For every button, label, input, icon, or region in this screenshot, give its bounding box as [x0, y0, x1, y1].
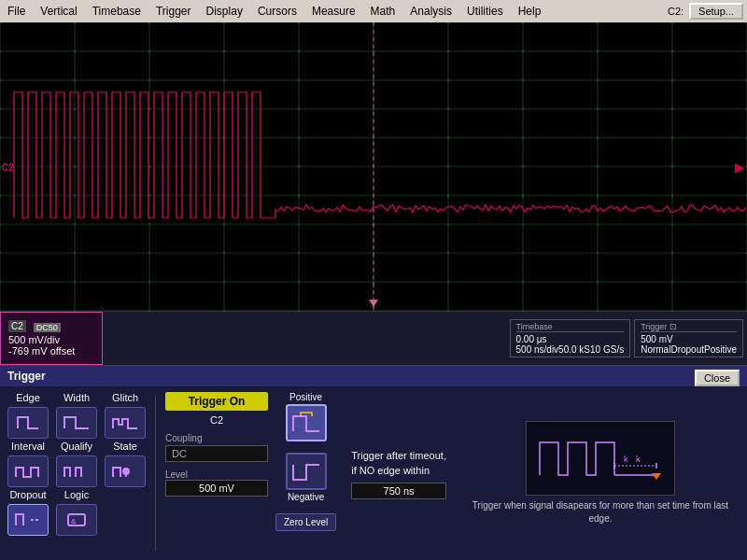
- trigger-panel: Trigger Close Edge Interval: [0, 366, 747, 560]
- width-button[interactable]: [56, 407, 97, 439]
- offset-value: -769 mV offset: [8, 345, 94, 357]
- negative-label: Negative: [288, 492, 324, 502]
- dropout-button[interactable]: [7, 504, 49, 536]
- volts-per-div: 500 mV/div: [8, 334, 94, 345]
- timeout-value[interactable]: 750 ns: [351, 483, 446, 499]
- timebase-title: Timebase: [516, 322, 625, 332]
- state-label: State: [113, 441, 137, 452]
- svg-text:k: k: [636, 455, 641, 464]
- channel2-marker: C2: [2, 161, 14, 172]
- glitch-button[interactable]: [105, 407, 146, 439]
- timeout-section: Trigger after timeout, if NO edge within…: [344, 392, 454, 554]
- svg-text:&: &: [71, 517, 77, 525]
- timebase-block: Timebase 0.00 μs 500 ns/div 50.0 kS 10 G…: [510, 319, 631, 357]
- interval-button[interactable]: [7, 455, 49, 487]
- menu-display[interactable]: Display: [199, 3, 250, 20]
- mode-buttons-col3: Glitch State: [105, 392, 146, 554]
- dropout-diagram: k k: [535, 428, 666, 489]
- qualify-button[interactable]: [56, 455, 97, 487]
- zero-level-button[interactable]: Zero Level: [275, 513, 336, 531]
- trigger-on-button[interactable]: Trigger On: [165, 392, 268, 411]
- menu-file[interactable]: File: [0, 3, 33, 20]
- svg-point-4: [123, 469, 129, 474]
- diagram-section: k k Trigger when signal disapears for mo…: [461, 392, 740, 554]
- waveform-canvas: [0, 22, 747, 311]
- trigger-controls: Edge Interval Dropout: [0, 386, 747, 560]
- dc-badge: DC50: [34, 323, 61, 332]
- logic-button[interactable]: &: [56, 504, 97, 536]
- menu-measure[interactable]: Measure: [304, 3, 363, 20]
- divider: [155, 396, 156, 551]
- diagram-description: Trigger when signal disapears for more t…: [465, 499, 736, 525]
- trigger-arrow-right: ▶: [735, 160, 745, 175]
- coupling-value[interactable]: DC: [165, 445, 268, 462]
- interval-label: Interval: [11, 441, 45, 452]
- positive-button[interactable]: [286, 404, 327, 441]
- trigger-type: Dropout: [670, 344, 704, 355]
- menu-analysis[interactable]: Analysis: [402, 3, 459, 20]
- mode-buttons-col2: Width Qualify Logic: [56, 392, 97, 554]
- trigger-slope: Positive: [704, 344, 737, 355]
- edge-label: Edge: [16, 392, 40, 403]
- trigger-channel: C2: [165, 414, 268, 426]
- timebase-val: 0.00 μs: [516, 334, 547, 344]
- setup-button[interactable]: Setup...: [689, 3, 743, 20]
- trigger-on-section: Trigger On C2 Coupling DC Level 500 mV: [165, 392, 268, 554]
- timeout-text1: Trigger after timeout,: [351, 448, 446, 464]
- menubar: File Vertical Timebase Trigger Display C…: [0, 0, 747, 22]
- menu-timebase[interactable]: Timebase: [85, 3, 148, 20]
- trigger-mode: Normal: [641, 344, 670, 355]
- channel-label: C2: [8, 320, 26, 332]
- width-label: Width: [63, 392, 90, 403]
- diagram-box: k k: [526, 421, 675, 496]
- timebase-info: Timebase 0.00 μs 500 ns/div 50.0 kS 10 G…: [103, 312, 747, 365]
- menu-cursors[interactable]: Cursors: [250, 3, 304, 20]
- level-label: Level: [165, 469, 268, 480]
- channel2-label: C2:: [662, 4, 689, 19]
- menu-help[interactable]: Help: [511, 3, 549, 20]
- channel-info: C2 DC50 500 mV/div -769 mV offset: [0, 312, 103, 365]
- svg-marker-11: [652, 473, 661, 480]
- svg-text:k: k: [624, 455, 628, 464]
- menu-math[interactable]: Math: [363, 3, 403, 20]
- state-button[interactable]: [105, 455, 146, 487]
- timeout-text2: if NO edge within: [351, 463, 446, 479]
- menu-utilities[interactable]: Utilities: [459, 3, 511, 20]
- menu-vertical[interactable]: Vertical: [33, 3, 84, 20]
- close-button[interactable]: Close: [695, 370, 740, 386]
- coupling-label: Coupling: [165, 433, 268, 443]
- negative-button[interactable]: [286, 453, 327, 490]
- edge-button[interactable]: [7, 407, 49, 439]
- ns-div-val: 500 ns/div: [516, 344, 559, 355]
- dropout-label: Dropout: [9, 489, 46, 500]
- polarity-section: Positive Negative Zero Level: [275, 392, 336, 554]
- logic-label: Logic: [64, 489, 89, 500]
- trigger-block: Trigger ⊡ 500 mV Normal Dropout Positive: [634, 319, 743, 357]
- menu-trigger[interactable]: Trigger: [148, 3, 199, 20]
- glitch-label: Glitch: [112, 392, 138, 403]
- gs-val: 10 GS/s: [590, 344, 624, 355]
- mode-buttons-col1: Edge Interval Dropout: [7, 392, 49, 554]
- trigger-level-val: 500 mV: [641, 334, 672, 344]
- status-bar: C2 DC50 500 mV/div -769 mV offset Timeba…: [0, 312, 747, 366]
- qualify-label: Qualify: [61, 441, 92, 452]
- scope-screen: ▶ C2: [0, 22, 747, 312]
- ks-val: 50.0 kS: [558, 344, 590, 355]
- positive-label: Positive: [289, 392, 322, 402]
- panel-header: Trigger Close: [0, 366, 747, 386]
- trigger-title: Trigger ⊡: [641, 322, 737, 332]
- trigger-icon: ⊡: [669, 322, 677, 331]
- panel-title: Trigger: [7, 370, 46, 383]
- level-value[interactable]: 500 mV: [165, 480, 268, 497]
